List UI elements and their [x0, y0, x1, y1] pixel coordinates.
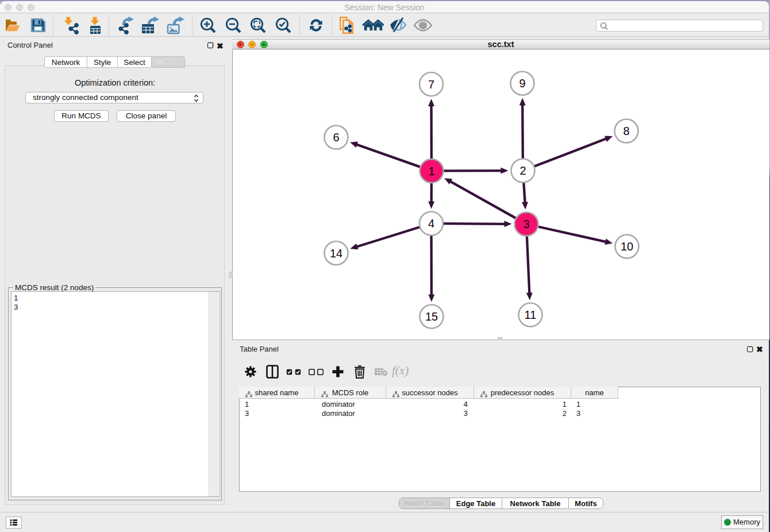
svg-text:9: 9: [519, 77, 525, 90]
svg-text:1: 1: [428, 165, 434, 178]
svg-text:11: 11: [525, 309, 537, 321]
svg-text:15: 15: [425, 310, 438, 323]
svg-text:6: 6: [333, 131, 339, 144]
svg-text:8: 8: [623, 125, 629, 137]
svg-text:4: 4: [428, 217, 434, 230]
svg-text:3: 3: [523, 218, 529, 230]
svg-text:10: 10: [621, 240, 633, 253]
svg-text:2: 2: [519, 164, 526, 177]
svg-text:14: 14: [330, 247, 342, 260]
svg-text:f(x): f(x): [392, 364, 409, 377]
svg-text:7: 7: [428, 78, 434, 91]
